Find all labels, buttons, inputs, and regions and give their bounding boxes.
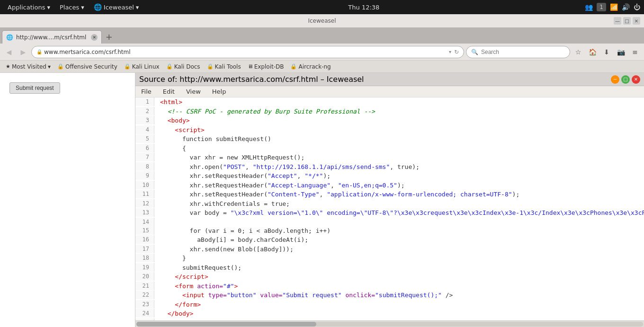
- browser-arrow: ▾: [136, 4, 139, 11]
- line-content: var xhr = new XMLHttpRequest();: [154, 153, 304, 162]
- line-content: function submitRequest(): [154, 134, 271, 144]
- bookmark-aircrack-ng[interactable]: 🔒 Aircrack-ng: [287, 62, 333, 71]
- source-scrollbar[interactable]: [135, 320, 644, 327]
- bookmark-kali-docs[interactable]: 🔒 Kali Docs: [163, 62, 203, 71]
- line-content: xhr.setRequestHeader("Accept-Language", …: [154, 181, 405, 190]
- source-line: 11 xhr.setRequestHeader("Content-Type", …: [135, 190, 644, 199]
- source-line: 24 </body>: [135, 309, 644, 318]
- kali-linux-icon: 🔒: [124, 63, 131, 70]
- line-number: 17: [135, 245, 154, 253]
- tab-bar: 🌐 http://www....m/csrf.html ✕ +: [0, 27, 644, 44]
- power-icon[interactable]: ⏻: [634, 3, 640, 11]
- line-content: </script>: [154, 272, 208, 282]
- url-bar[interactable]: 🔒 www.mertsarica.com/csrf.html ▾ ↻: [31, 46, 464, 58]
- applications-menu[interactable]: Applications ▾: [4, 2, 54, 12]
- line-content: <body>: [154, 116, 190, 125]
- kali-docs-icon: 🔒: [166, 63, 173, 70]
- taskbar-right: 👥 1 📶 🔊 ⏻: [585, 3, 640, 11]
- bookmark-offensive-security[interactable]: 🔒 Offensive Security: [54, 62, 120, 71]
- source-menu-help[interactable]: Help: [210, 87, 228, 96]
- tab-close-button[interactable]: ✕: [91, 34, 98, 41]
- line-number: 18: [135, 254, 154, 262]
- search-box[interactable]: 🔍: [466, 46, 570, 58]
- source-code[interactable]: 1<html>2 <!-- CSRF PoC - generated by Bu…: [135, 97, 644, 320]
- line-number: 11: [135, 190, 154, 198]
- maximize-button[interactable]: □: [623, 17, 631, 25]
- places-arrow: ▾: [81, 4, 84, 11]
- source-menu-view[interactable]: View: [184, 87, 203, 96]
- submit-request-button[interactable]: Submit request: [9, 82, 60, 94]
- line-content: <!-- CSRF PoC - generated by Burp Suite …: [154, 107, 375, 116]
- people-icon[interactable]: 👥: [585, 3, 593, 11]
- volume-icon[interactable]: 🔊: [622, 3, 630, 11]
- places-menu[interactable]: Places ▾: [56, 2, 88, 12]
- source-menu-file[interactable]: File: [139, 87, 153, 96]
- url-dropdown-icon[interactable]: ▾: [449, 49, 451, 54]
- aircrack-ng-label: Aircrack-ng: [298, 63, 331, 70]
- source-line: 15 for (var i = 0; i < aBody.length; i++…: [135, 226, 644, 236]
- line-content: <html>: [154, 97, 182, 107]
- bookmark-most-visited[interactable]: ★ Most Visited ▾: [3, 62, 54, 71]
- minimize-button[interactable]: —: [614, 17, 621, 25]
- line-number: 21: [135, 282, 154, 290]
- source-line: 10 xhr.setRequestHeader("Accept-Language…: [135, 181, 644, 190]
- bookmark-kali-tools[interactable]: 🔒 Kali Tools: [204, 62, 244, 71]
- browser-menu[interactable]: 🌐 Iceweasel ▾: [90, 2, 143, 12]
- taskbar: Applications ▾ Places ▾ 🌐 Iceweasel ▾ Th…: [0, 0, 644, 14]
- source-menu-edit[interactable]: Edit: [161, 87, 177, 96]
- back-button[interactable]: ◀: [3, 46, 15, 58]
- offensive-security-icon: 🔒: [57, 63, 64, 70]
- source-maximize-button[interactable]: □: [621, 75, 630, 84]
- applications-arrow: ▾: [47, 4, 50, 11]
- line-content: for (var i = 0; i < aBody.length; i++): [154, 226, 331, 236]
- source-menubar: File Edit View Help: [135, 86, 644, 97]
- nav-bar: ◀ ▶ 🔒 www.mertsarica.com/csrf.html ▾ ↻ 🔍…: [0, 44, 644, 61]
- line-content: xhr.open("POST", "http://192.168.1.1/api…: [154, 162, 420, 172]
- browser-tab[interactable]: 🌐 http://www....m/csrf.html ✕: [2, 30, 102, 44]
- line-number: 12: [135, 199, 154, 208]
- counter-badge: 1: [597, 3, 606, 11]
- line-number: 24: [135, 309, 154, 318]
- bookmark-star-button[interactable]: ☆: [572, 46, 584, 58]
- line-content: <form action="#">: [154, 282, 238, 291]
- screenshot-button[interactable]: 📷: [615, 46, 627, 58]
- source-scrollbar-thumb[interactable]: [136, 322, 316, 327]
- browser-main: Submit request Source of: http://www.mer…: [0, 73, 644, 327]
- line-number: 23: [135, 300, 154, 309]
- line-content: xhr.send(new Blob([aBody]));: [154, 245, 294, 254]
- forward-button[interactable]: ▶: [17, 46, 29, 58]
- source-title: Source of: http://www.mertsarica.com/csr…: [139, 75, 364, 84]
- exploit-db-icon: 🖥: [248, 63, 253, 70]
- most-visited-arrow: ▾: [48, 63, 51, 70]
- close-button[interactable]: ✕: [633, 17, 640, 25]
- browser-label: Iceweasel: [104, 4, 134, 11]
- source-close-button[interactable]: ✕: [632, 75, 640, 84]
- source-line: 13 var body = "\x3c?xml version=\"1.0\" …: [135, 208, 644, 218]
- offensive-security-label: Offensive Security: [65, 63, 117, 70]
- search-input[interactable]: [481, 49, 565, 55]
- tab-icon: 🌐: [6, 34, 13, 41]
- source-titlebar: Source of: http://www.mertsarica.com/csr…: [135, 73, 644, 86]
- most-visited-label: Most Visited: [12, 63, 46, 70]
- line-number: 10: [135, 181, 154, 189]
- line-number: 7: [135, 153, 154, 161]
- bookmark-kali-linux[interactable]: 🔒 Kali Linux: [121, 62, 162, 71]
- source-line: 16 aBody[i] = body.charCodeAt(i);: [135, 235, 644, 245]
- source-line: 2 <!-- CSRF PoC - generated by Burp Suit…: [135, 107, 644, 116]
- line-content: </body>: [154, 309, 193, 318]
- network-icon[interactable]: 📶: [610, 3, 618, 11]
- line-number: 5: [135, 134, 154, 143]
- new-tab-button[interactable]: +: [103, 30, 115, 43]
- kali-docs-label: Kali Docs: [174, 63, 200, 70]
- line-number: 9: [135, 171, 154, 180]
- bookmark-exploit-db[interactable]: 🖥 Exploit-DB: [245, 62, 287, 71]
- downloads-button[interactable]: ⬇: [600, 46, 613, 58]
- menu-button[interactable]: ≡: [629, 46, 641, 58]
- line-number: 2: [135, 107, 154, 115]
- home-button[interactable]: 🏠: [586, 46, 599, 58]
- source-minimize-button[interactable]: −: [611, 75, 619, 84]
- reload-button[interactable]: ↻: [454, 49, 459, 55]
- aircrack-ng-icon: 🔒: [290, 63, 297, 70]
- line-number: 14: [135, 218, 154, 226]
- source-line: 12 xhr.withCredentials = true;: [135, 199, 644, 209]
